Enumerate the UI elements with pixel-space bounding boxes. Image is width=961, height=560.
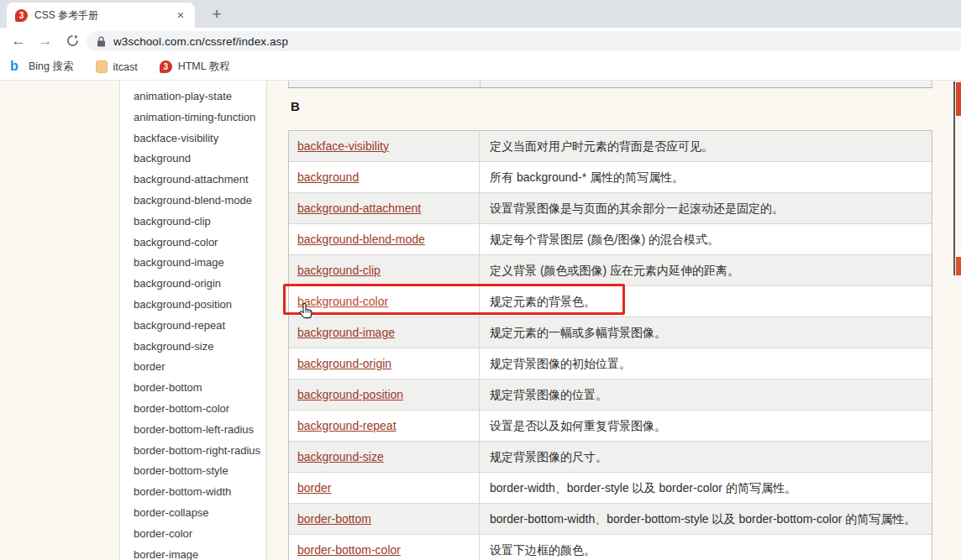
table-row: border-bottomborder-bottom-width、border-…: [289, 503, 932, 534]
sidebar-item[interactable]: background-color: [134, 233, 266, 254]
ref-table: backface-visibility定义当面对用户时元素的背面是否应可见。ba…: [288, 130, 932, 560]
sidebar-item[interactable]: background-blend-mode: [134, 191, 266, 212]
table-row: background-blend-mode规定每个背景图层 (颜色/图像) 的混…: [289, 223, 932, 254]
page-content: animation-play-stateanimation-timing-fun…: [0, 81, 961, 560]
property-link[interactable]: background: [297, 170, 359, 184]
sidebar-item[interactable]: backface-visibility: [134, 128, 266, 149]
property-cell: border-bottom-color: [289, 535, 480, 560]
property-cell: background-attachment: [289, 193, 480, 223]
property-link[interactable]: background-attachment: [297, 201, 421, 215]
table-row: background-origin规定背景图像的初始位置。: [289, 348, 932, 379]
sidebar-item[interactable]: background-clip: [134, 212, 266, 233]
tab-strip: CSS 参考手册 × +: [0, 0, 961, 28]
table-row: borderborder-width、border-style 以及 borde…: [289, 472, 932, 503]
sidebar-item[interactable]: border-bottom-style: [134, 461, 266, 482]
property-link[interactable]: background-blend-mode: [297, 233, 425, 246]
table-row: background所有 background-* 属性的简写属性。: [289, 161, 932, 192]
bing-icon: b: [10, 60, 23, 73]
bookmark-label: HTML 教程: [178, 60, 230, 74]
url-text: w3school.com.cn/cssref/index.asp: [113, 35, 288, 48]
bookmark-label: itcast: [113, 61, 138, 73]
column-divider: [480, 81, 480, 87]
bookmarks-bar: b Bing 搜索 itcast HTML 教程: [0, 54, 961, 81]
property-link[interactable]: backface-visibility: [297, 139, 389, 153]
sidebar-item[interactable]: border-bottom-left-radius: [134, 420, 266, 441]
property-link[interactable]: background-repeat: [297, 419, 396, 432]
sidebar-item[interactable]: border-bottom-right-radius: [134, 441, 266, 462]
sidebar-item[interactable]: background: [134, 149, 266, 170]
sidebar-item[interactable]: background-position: [134, 295, 266, 316]
description-cell: border-width、border-style 以及 border-colo…: [480, 473, 932, 503]
property-link[interactable]: background-position: [297, 388, 403, 401]
property-link[interactable]: background-clip: [297, 264, 381, 277]
back-icon[interactable]: ←: [8, 31, 29, 51]
sidebar-item[interactable]: background-attachment: [134, 170, 266, 191]
mouse-hand-cursor: [299, 302, 315, 320]
right-edge-line: [953, 81, 955, 275]
sidebar-item[interactable]: border-bottom-color: [134, 399, 266, 420]
sidebar-item[interactable]: background-image: [134, 253, 266, 274]
browser-window: CSS 参考手册 × + ← → w3school.com.cn/cssref/…: [0, 0, 961, 560]
itcast-icon: [96, 60, 108, 73]
address-bar[interactable]: w3school.com.cn/cssref/index.asp: [87, 31, 961, 51]
sidebar-item[interactable]: border: [134, 357, 266, 378]
property-cell: background-color: [289, 286, 480, 317]
table-row: background-repeat设置是否以及如何重复背景图像。: [289, 410, 932, 441]
property-cell: background-origin: [289, 348, 480, 379]
w3school-favicon-icon: [15, 9, 28, 22]
bookmark-html-tutorial[interactable]: HTML 教程: [160, 60, 230, 74]
description-cell: 规定背景图像的初始位置。: [480, 348, 932, 379]
property-link[interactable]: background-image: [297, 326, 395, 339]
sidebar-item[interactable]: border-collapse: [134, 503, 266, 524]
reload-icon[interactable]: [62, 31, 82, 51]
property-cell: background-repeat: [289, 411, 480, 441]
property-cell: background-blend-mode: [289, 224, 480, 254]
sidebar-item[interactable]: background-repeat: [134, 316, 266, 337]
browser-toolbar: ← → w3school.com.cn/cssref/index.asp: [0, 28, 961, 54]
property-cell: background-size: [289, 442, 480, 472]
property-link[interactable]: background-origin: [297, 357, 391, 370]
description-cell: 规定元素的背景色。: [480, 286, 932, 317]
sidebar-item[interactable]: background-size: [134, 337, 266, 358]
table-row: background-attachment设置背景图像是与页面的其余部分一起滚动…: [289, 192, 932, 223]
sidebar-property-list: animation-play-stateanimation-timing-fun…: [119, 81, 267, 560]
description-cell: 定义背景 (颜色或图像) 应在元素内延伸的距离。: [480, 255, 932, 285]
description-cell: 设置是否以及如何重复背景图像。: [480, 411, 932, 441]
description-cell: 规定背景图像的尺寸。: [480, 442, 932, 472]
property-cell: border: [289, 473, 480, 503]
sidebar-item[interactable]: border-color: [134, 524, 266, 545]
sidebar-item[interactable]: animation-play-state: [134, 86, 266, 107]
property-link[interactable]: border-bottom: [297, 512, 371, 526]
property-cell: background-position: [289, 379, 480, 410]
property-cell: background-clip: [289, 255, 480, 285]
w3school-icon: [160, 60, 172, 73]
forward-icon[interactable]: →: [35, 31, 55, 51]
table-row: background-size规定背景图像的尺寸。: [289, 441, 932, 472]
new-tab-button[interactable]: +: [205, 3, 228, 27]
description-cell: 设置背景图像是与页面的其余部分一起滚动还是固定的。: [480, 193, 932, 223]
tab-css-reference[interactable]: CSS 参考手册 ×: [7, 3, 195, 28]
sidebar-item[interactable]: background-origin: [134, 274, 266, 295]
description-cell: 所有 background-* 属性的简写属性。: [480, 162, 932, 192]
tab-close-icon[interactable]: ×: [173, 8, 188, 23]
property-link[interactable]: border: [297, 481, 331, 495]
tab-title: CSS 参考手册: [34, 8, 173, 23]
description-cell: 设置下边框的颜色。: [480, 535, 932, 560]
table-row: backface-visibility定义当面对用户时元素的背面是否应可见。: [289, 131, 932, 161]
lock-icon[interactable]: [97, 36, 106, 47]
property-cell: background-image: [289, 317, 480, 348]
sidebar-item[interactable]: border-bottom: [134, 378, 266, 399]
table-row: background-image规定元素的一幅或多幅背景图像。: [289, 317, 932, 348]
property-link[interactable]: background-size: [297, 450, 384, 463]
description-cell: 规定背景图像的位置。: [480, 379, 932, 410]
description-cell: border-bottom-width、border-bottom-style …: [480, 504, 932, 534]
sidebar-item[interactable]: animation-timing-function: [134, 107, 266, 128]
bookmark-bing[interactable]: b Bing 搜索: [10, 60, 74, 74]
sidebar-item[interactable]: border-bottom-width: [134, 482, 266, 503]
description-cell: 规定元素的一幅或多幅背景图像。: [480, 317, 932, 348]
property-link[interactable]: border-bottom-color: [297, 543, 401, 557]
description-cell: 定义当面对用户时元素的背面是否应可见。: [480, 131, 932, 161]
right-edge-red-mark: [956, 82, 961, 116]
bookmark-itcast[interactable]: itcast: [96, 60, 138, 73]
sidebar-item[interactable]: border-image: [134, 545, 266, 560]
